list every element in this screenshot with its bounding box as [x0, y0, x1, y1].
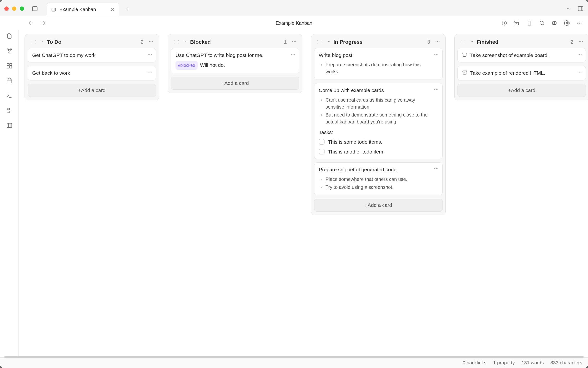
card[interactable]: Use ChatGPT to write blog post for me.#b…: [171, 48, 299, 73]
window-minimize-button[interactable]: [12, 7, 16, 11]
document-icon[interactable]: [526, 20, 532, 26]
collapse-icon[interactable]: [470, 39, 474, 45]
nav-forward-icon[interactable]: [40, 20, 46, 26]
kanban-icon: [51, 7, 56, 12]
card[interactable]: Prepare snippet of generated code.Place …: [314, 162, 443, 195]
todo-item[interactable]: This is some todo items.: [319, 138, 430, 146]
svg-point-25: [577, 23, 578, 24]
card-menu-icon[interactable]: [577, 69, 582, 77]
window-close-button[interactable]: [4, 7, 9, 11]
svg-point-63: [436, 41, 436, 42]
left-sidebar-toggle-icon[interactable]: [32, 6, 38, 12]
card-menu-icon[interactable]: [434, 87, 439, 94]
collapse-icon[interactable]: [40, 39, 45, 45]
svg-rect-14: [515, 21, 519, 22]
settings-icon[interactable]: [564, 20, 570, 26]
svg-rect-36: [7, 66, 9, 68]
svg-point-51: [148, 54, 149, 55]
add-card-button[interactable]: +Add a card: [171, 77, 299, 90]
card[interactable]: Take example of rendered HTML.: [457, 66, 586, 80]
card-menu-icon[interactable]: [290, 52, 296, 59]
new-tab-icon[interactable]: [124, 7, 130, 12]
svg-point-76: [580, 41, 581, 42]
checkbox[interactable]: [319, 149, 324, 155]
archive-icon[interactable]: [514, 20, 520, 26]
svg-text:01: 01: [7, 108, 10, 110]
svg-point-52: [149, 54, 150, 55]
drag-handle-icon[interactable]: ⋮⋮: [29, 40, 38, 44]
card[interactable]: Get ChatGPT to do my work: [28, 48, 156, 63]
todo-item[interactable]: This is another todo item.: [319, 148, 430, 156]
titlebar: Example Kanban ✕: [0, 0, 588, 16]
status-properties[interactable]: 1 property: [493, 360, 515, 366]
column-menu-icon[interactable]: [291, 39, 298, 45]
rail-files-icon[interactable]: [6, 33, 13, 39]
svg-point-72: [434, 168, 435, 169]
card-menu-icon[interactable]: [577, 52, 582, 59]
column-title: Blocked: [190, 39, 211, 45]
svg-point-23: [554, 23, 555, 24]
card[interactable]: Take screenshot of example board.: [457, 48, 586, 63]
board-scroll[interactable]: ⋮⋮To Do2Get ChatGPT to do my workGet bac…: [19, 30, 588, 358]
card[interactable]: Get back to work: [28, 66, 156, 80]
nav-back-icon[interactable]: [28, 20, 34, 26]
right-sidebar-toggle-icon[interactable]: [578, 6, 584, 12]
card-bullet: But need to demonstrate something close …: [325, 111, 430, 125]
add-icon[interactable]: [502, 20, 507, 26]
card-tag[interactable]: #blocked: [175, 61, 198, 69]
svg-point-24: [566, 22, 568, 24]
column-menu-icon[interactable]: [434, 39, 441, 45]
svg-point-49: [151, 41, 152, 42]
svg-point-81: [579, 54, 580, 55]
add-card-button[interactable]: +Add a card: [28, 84, 156, 97]
svg-point-55: [149, 72, 150, 73]
collapse-icon[interactable]: [327, 39, 331, 45]
svg-point-20: [540, 21, 543, 25]
svg-point-57: [292, 41, 293, 42]
column: ⋮⋮Blocked1Use ChatGPT to write blog post…: [168, 34, 303, 93]
card-menu-icon[interactable]: [434, 52, 439, 59]
column-menu-icon[interactable]: [577, 39, 584, 45]
rail-code-icon[interactable]: 0110: [6, 107, 13, 114]
more-icon[interactable]: [577, 20, 582, 26]
search-icon[interactable]: [539, 20, 545, 26]
card-menu-icon[interactable]: [147, 69, 152, 77]
svg-point-77: [582, 41, 583, 42]
card-bullet-list: Place somewhere that others can use.Try …: [319, 176, 430, 191]
card[interactable]: Come up with example cardsCan't use real…: [314, 83, 443, 159]
card-title: Prepare snippet of generated code.: [319, 166, 430, 173]
app-window: Example Kanban ✕ Example Kanban: [0, 0, 588, 368]
rail-calendar-icon[interactable]: [6, 77, 13, 84]
card[interactable]: Write blog postPrepare screenshots demon…: [314, 48, 443, 80]
svg-point-66: [434, 54, 435, 55]
collapse-icon[interactable]: [183, 39, 188, 45]
tab-dropdown-icon[interactable]: [565, 6, 571, 11]
status-backlinks[interactable]: 0 backlinks: [463, 360, 486, 366]
svg-rect-7: [578, 7, 583, 10]
status-words: 131 words: [522, 360, 543, 366]
window-zoom-button[interactable]: [20, 7, 24, 11]
rail-terminal-icon[interactable]: [6, 92, 13, 99]
card-menu-icon[interactable]: [147, 52, 152, 59]
drag-handle-icon[interactable]: ⋮⋮: [172, 40, 181, 44]
column-menu-icon[interactable]: [147, 39, 155, 45]
add-card-button[interactable]: +Add a card: [314, 199, 443, 212]
card-bullet: Place somewhere that others can use.: [325, 176, 430, 183]
focus-icon[interactable]: [551, 20, 557, 26]
svg-rect-38: [7, 79, 12, 83]
add-card-button[interactable]: +Add a card: [457, 84, 586, 97]
svg-point-87: [581, 72, 582, 73]
card-bullet: Prepare screenshots demonstrating how th…: [325, 61, 430, 75]
card-note: Will not do.: [200, 62, 225, 68]
column-title: In Progress: [333, 39, 362, 45]
rail-canvas-icon[interactable]: [6, 63, 13, 69]
drag-handle-icon[interactable]: ⋮⋮: [316, 40, 324, 44]
checkbox[interactable]: [319, 139, 324, 145]
rail-kanban-icon[interactable]: [6, 122, 13, 129]
tab-example-kanban[interactable]: Example Kanban ✕: [47, 3, 119, 16]
tab-close-icon[interactable]: ✕: [110, 7, 115, 13]
card-menu-icon[interactable]: [434, 166, 439, 173]
drag-handle-icon[interactable]: ⋮⋮: [459, 40, 468, 44]
rail-graph-icon[interactable]: [6, 47, 13, 54]
svg-point-85: [578, 72, 579, 73]
